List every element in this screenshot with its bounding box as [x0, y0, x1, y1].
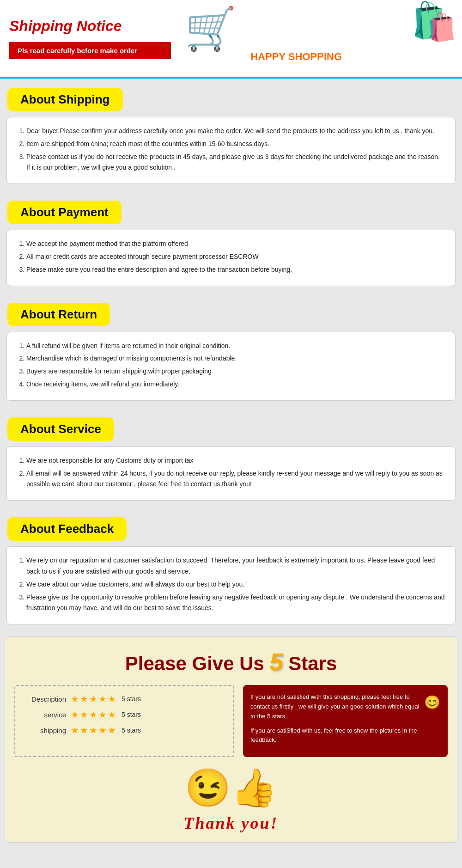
description-label: Description [29, 695, 66, 703]
list-item: All major credit cards are accepted thro… [26, 251, 445, 263]
feedback-content: We rely on our reputation and customer s… [6, 546, 456, 624]
shipping-count: 5 stars [122, 727, 141, 734]
person-icon: 🛍️ [411, 0, 457, 43]
feedback-section: About Feedback We rely on our reputation… [0, 508, 462, 632]
list-item: Dear buyer,Please confirm your address c… [26, 126, 445, 137]
header-left: Shipping Notice Pls read carefully befor… [0, 0, 171, 77]
payment-content: We accept the payment method that the pl… [6, 230, 456, 286]
list-item: Buyers are responsible for return shippi… [26, 366, 445, 377]
happy-shopping-text: HAPPY SHOPPING [250, 51, 342, 63]
page-title: Shipping Notice [9, 18, 171, 35]
feedback-heading: About Feedback [7, 517, 127, 541]
stars-title-prefix: Please Give Us [125, 653, 270, 674]
list-item: Please contact us if you do not receive … [26, 152, 445, 174]
shipping-stars: ★★★★★ [71, 725, 117, 736]
return-section: About Return A full refund will be given… [0, 293, 462, 408]
service-heading: About Service [7, 417, 114, 441]
stars-title: Please Give Us 5 Stars [14, 648, 448, 676]
list-item: Once receiving items, we will refund you… [26, 379, 445, 390]
stars-title-suffix: Stars [283, 653, 337, 674]
list-item: A full refund will be given if items are… [26, 341, 445, 352]
stars-title-number: 5 [270, 648, 283, 675]
list-item: Merchandise which is damaged or missing … [26, 353, 445, 364]
page-header: Shipping Notice Pls read carefully befor… [0, 0, 462, 79]
service-stars: ★★★★★ [71, 709, 117, 720]
info-text-1: If you are not satisfied with this shopp… [250, 692, 440, 721]
thank-you-section: 😉👍 Thank you! [14, 766, 448, 833]
stars-table: Description ★★★★★ 5 stars service ★★★★★ … [14, 685, 234, 757]
list-item: We accept the payment method that the pl… [26, 238, 445, 250]
cart-icon: 🛒 [185, 5, 237, 53]
shipping-content: Dear buyer,Please confirm your address c… [6, 117, 456, 184]
description-stars: ★★★★★ [71, 693, 117, 704]
stars-row-shipping: shipping ★★★★★ 5 stars [29, 725, 219, 736]
description-count: 5 stars [122, 695, 141, 703]
list-item: Item are shipped from china; reach most … [26, 139, 445, 150]
service-count: 5 stars [122, 711, 141, 718]
shipping-label: shipping [29, 727, 66, 734]
list-item: We are not responsible for any Customs d… [26, 455, 445, 466]
payment-heading: About Payment [7, 201, 122, 224]
header-subtitle: Pls read carefully before make order [9, 42, 171, 59]
service-label: service [29, 711, 66, 719]
smiley-icon: 😊 [424, 692, 440, 713]
service-section: About Service We are not responsible for… [0, 408, 462, 508]
list-item: We rely on our reputation and customer s… [26, 555, 445, 577]
thumbs-up-icon: 😉👍 [14, 766, 448, 810]
stars-content: Description ★★★★★ 5 stars service ★★★★★ … [14, 685, 448, 757]
payment-section: About Payment We accept the payment meth… [0, 191, 462, 293]
service-content: We are not responsible for any Customs d… [6, 446, 456, 501]
list-item: Please give us the opportunity to resolv… [26, 592, 445, 614]
stars-row-description: Description ★★★★★ 5 stars [29, 693, 219, 704]
stars-info-box: 😊 If you are not satisfied with this sho… [243, 685, 448, 757]
stars-section: Please Give Us 5 Stars Description ★★★★★… [5, 636, 457, 843]
info-text-2: If you are satiSfied with us, feel free … [250, 726, 440, 746]
list-item: We care about our value customers, and w… [26, 579, 445, 590]
shipping-heading: About Shipping [7, 88, 123, 111]
stars-row-service: service ★★★★★ 5 stars [29, 709, 219, 720]
return-content: A full refund will be given if items are… [6, 332, 456, 401]
list-item: All email will be answered within 24 hou… [26, 468, 445, 490]
return-heading: About Return [7, 303, 110, 326]
list-item: Please make sure you read the entire des… [26, 264, 445, 275]
thank-you-text: Thank you! [14, 813, 448, 833]
header-right: 🛒 HAPPY SHOPPING 🛍️ [171, 0, 462, 77]
shipping-section: About Shipping Dear buyer,Please confirm… [0, 79, 462, 191]
